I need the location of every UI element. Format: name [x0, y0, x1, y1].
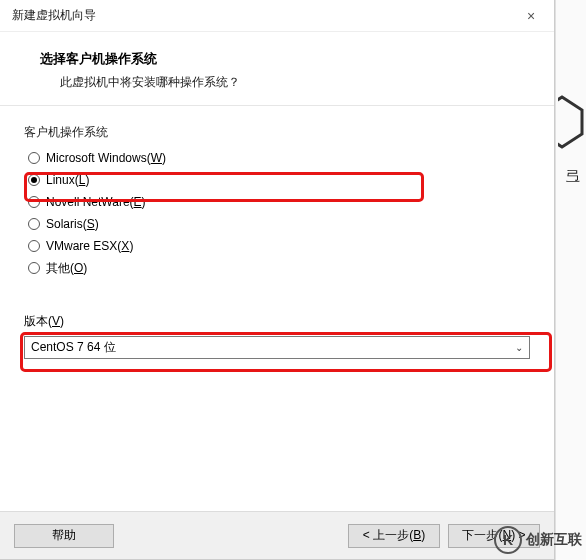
watermark-logo-icon: K — [494, 526, 522, 554]
version-selected-value: CentOS 7 64 位 — [31, 339, 116, 356]
radio-option-other[interactable]: 其他(O) — [24, 257, 530, 279]
radio-option-netware[interactable]: Novell NetWare(E) — [24, 191, 530, 213]
page-subheading: 此虚拟机中将安装哪种操作系统？ — [40, 74, 526, 91]
back-button[interactable]: < 上一步(B) — [348, 524, 440, 548]
radio-icon — [28, 196, 40, 208]
radio-icon — [28, 240, 40, 252]
help-button[interactable]: 帮助 — [14, 524, 114, 548]
version-label: 版本(V) — [24, 313, 530, 330]
page-heading: 选择客户机操作系统 — [40, 50, 526, 68]
wizard-footer: 帮助 < 上一步(B) 下一步(N) > — [0, 511, 554, 559]
radio-icon — [28, 152, 40, 164]
close-icon: × — [527, 8, 535, 24]
radio-option-windows[interactable]: Microsoft Windows(W) — [24, 147, 530, 169]
radio-label: 其他(O) — [46, 260, 87, 277]
right-page-strip: 弖 — [555, 0, 586, 560]
radio-option-esx[interactable]: VMware ESX(X) — [24, 235, 530, 257]
guest-os-group-label: 客户机操作系统 — [24, 124, 530, 141]
wizard-dialog: 新建虚拟机向导 × 选择客户机操作系统 此虚拟机中将安装哪种操作系统？ 客户机操… — [0, 0, 555, 560]
watermark-text: 创新互联 — [526, 531, 582, 549]
radio-option-linux[interactable]: Linux(L) — [24, 169, 530, 191]
watermark: K 创新互联 — [494, 526, 582, 554]
guest-os-radio-group: Microsoft Windows(W) Linux(L) Novell Net… — [24, 147, 530, 279]
radio-icon — [28, 262, 40, 274]
radio-icon — [28, 218, 40, 230]
close-button[interactable]: × — [508, 0, 554, 32]
decorative-char: 弖 — [566, 168, 580, 186]
chevron-down-icon: ⌄ — [515, 342, 523, 353]
title-bar: 新建虚拟机向导 × — [0, 0, 554, 32]
svg-marker-0 — [558, 97, 582, 147]
radio-icon — [28, 174, 40, 186]
radio-label: Solaris(S) — [46, 217, 99, 231]
decorative-stamp-icon — [558, 92, 584, 172]
radio-label: Novell NetWare(E) — [46, 195, 146, 209]
wizard-header: 选择客户机操作系统 此虚拟机中将安装哪种操作系统？ — [0, 32, 554, 106]
radio-label: VMware ESX(X) — [46, 239, 133, 253]
radio-option-solaris[interactable]: Solaris(S) — [24, 213, 530, 235]
wizard-body: 客户机操作系统 Microsoft Windows(W) Linux(L) No… — [0, 106, 554, 511]
window-title: 新建虚拟机向导 — [12, 7, 508, 24]
radio-label: Microsoft Windows(W) — [46, 151, 166, 165]
version-block: 版本(V) CentOS 7 64 位 ⌄ — [24, 313, 530, 359]
radio-label: Linux(L) — [46, 173, 89, 187]
version-select[interactable]: CentOS 7 64 位 ⌄ — [24, 336, 530, 359]
